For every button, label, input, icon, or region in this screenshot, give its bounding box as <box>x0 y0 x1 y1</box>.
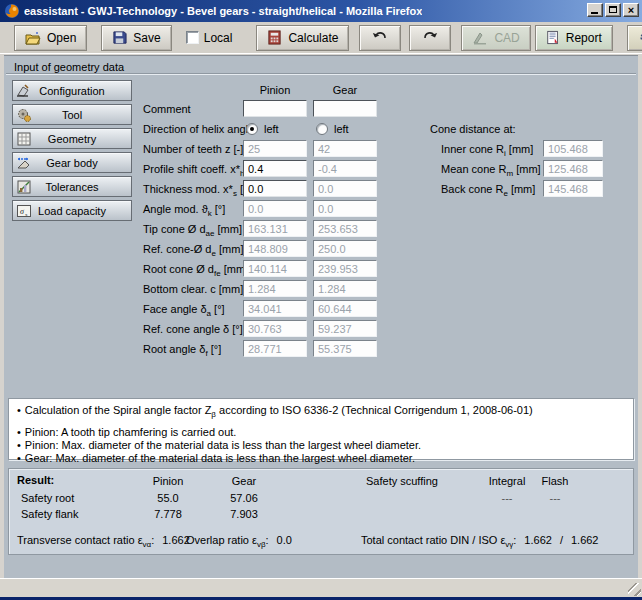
open-folder-icon <box>25 30 41 46</box>
face-angle-pinion-field <box>243 300 307 317</box>
report-document-icon <box>546 30 560 45</box>
row-label: Angle mod. ϑk [°] <box>143 199 225 219</box>
calculate-label: Calculate <box>288 31 338 45</box>
applet-area: Input of geometry data Configuration Too… <box>4 55 638 578</box>
redo-button[interactable] <box>409 25 451 51</box>
ref-cone-angle-pinion-field <box>243 320 307 337</box>
row-label: Comment <box>143 99 191 119</box>
pinion-column-header: Pinion <box>243 80 307 100</box>
cone-distance-title: Cone distance at: <box>430 119 516 139</box>
cad-icon <box>472 31 488 45</box>
mean-cone-label: Mean cone Rm [mm] <box>441 159 541 179</box>
toolbar: Open Save Local Calculate <box>0 22 642 54</box>
face-angle-gear-field <box>313 300 377 317</box>
form-row-angle-mod: Angle mod. ϑk [°] <box>4 199 638 219</box>
result-col-gear: Gear <box>232 475 256 487</box>
tip-cone-gear-field <box>313 220 377 237</box>
tip-cone-pinion-field <box>243 220 307 237</box>
safety-root-label: Safety root <box>21 492 74 504</box>
bottom-clearance-pinion-field <box>243 280 307 297</box>
resize-grip[interactable] <box>628 583 641 596</box>
row-label: Tip cone Ø dae [mm] <box>143 219 242 239</box>
close-button[interactable]: × <box>623 3 639 17</box>
safety-flank-label: Safety flank <box>21 508 78 520</box>
overlap-ratio: Overlap ratio εvβ:0.0 <box>186 534 292 546</box>
form-column-headers: Pinion Gear <box>4 80 638 100</box>
options-button[interactable]: Options <box>627 25 642 51</box>
total-contact-ratio: Total contact ratio DIN / ISO εvγ:1.662/… <box>361 534 598 546</box>
inner-cone-field <box>543 140 603 157</box>
angle-mod-pinion-field <box>243 200 307 217</box>
minimize-icon <box>591 12 598 14</box>
result-col-scuffing: Safety scuffing <box>366 475 438 487</box>
cone-distance-title-row: Cone distance at: <box>4 119 638 139</box>
comment-gear-input[interactable] <box>313 100 377 117</box>
calculator-icon <box>267 30 282 45</box>
result-col-integral: Integral <box>489 475 526 487</box>
message-line: •Calculation of the Spiral angle factor … <box>17 404 625 417</box>
calculate-button[interactable]: Calculate <box>256 25 349 51</box>
root-cone-pinion-field <box>243 260 307 277</box>
inner-cone-label: Inner cone Ri [mm] <box>441 139 533 159</box>
page-title: Input of geometry data <box>14 61 124 73</box>
report-button[interactable]: Report <box>535 25 613 51</box>
safety-root-flash: --- <box>550 492 561 504</box>
result-title: Result: <box>17 474 54 486</box>
safety-flank-gear: 7.903 <box>230 508 258 520</box>
options-gear-icon <box>638 30 642 45</box>
form-row-bottom-clearance: Bottom clear. c [mm] <box>4 279 638 299</box>
cone-distance-back-row: Back cone Re [mm] <box>4 179 638 199</box>
message-line: •Gear: Max. diameter of the material dat… <box>17 452 625 465</box>
root-angle-pinion-field <box>243 340 307 357</box>
ref-cone-gear-field <box>313 240 377 257</box>
undo-button[interactable] <box>359 25 401 51</box>
save-floppy-icon <box>112 30 127 45</box>
form-row-tip-cone: Tip cone Ø dae [mm] <box>4 219 638 239</box>
close-icon: × <box>624 3 638 17</box>
row-label: Root angle δf [°] <box>143 339 221 359</box>
angle-mod-gear-field <box>313 200 377 217</box>
form-row-ref-cone: Ref. cone-Ø de [mm] <box>4 239 638 259</box>
app-window: eassistant - GWJ-Technology - Bevel gear… <box>0 0 642 600</box>
comment-pinion-input[interactable] <box>243 100 307 117</box>
form-row-root-cone: Root cone Ø dfe [mm] <box>4 259 638 279</box>
message-line: •Pinion: Max. diameter of the material d… <box>17 439 625 452</box>
ref-cone-angle-gear-field <box>313 320 377 337</box>
title-bar: eassistant - GWJ-Technology - Bevel gear… <box>0 0 642 22</box>
back-cone-field <box>543 180 603 197</box>
form-row-face-angle: Face angle δa [°] <box>4 299 638 319</box>
minimize-button[interactable] <box>587 3 603 17</box>
open-button[interactable]: Open <box>14 25 87 51</box>
ref-cone-pinion-field <box>243 240 307 257</box>
gear-column-header: Gear <box>313 80 377 100</box>
local-checkbox[interactable] <box>186 31 199 44</box>
cone-distance-inner-row: Inner cone Ri [mm] <box>4 139 638 159</box>
row-label: Bottom clear. c [mm] <box>143 279 243 299</box>
report-label: Report <box>566 31 602 45</box>
firefox-icon <box>4 3 20 19</box>
back-cone-label: Back cone Re [mm] <box>441 179 535 199</box>
cad-label: CAD <box>494 31 519 45</box>
cad-button: CAD <box>461 25 530 51</box>
undo-icon <box>372 31 388 44</box>
root-cone-gear-field <box>313 260 377 277</box>
save-label: Save <box>133 31 160 45</box>
bottom-clearance-gear-field <box>313 280 377 297</box>
header-divider <box>6 73 636 75</box>
result-col-flash: Flash <box>542 475 569 487</box>
message-line: •Pinion: A tooth tip chamfering is carri… <box>17 426 625 439</box>
result-col-pinion: Pinion <box>153 475 184 487</box>
form-row-comment: Comment <box>4 99 638 119</box>
safety-flank-pinion: 7.778 <box>154 508 182 520</box>
row-label: Face angle δa [°] <box>143 299 225 319</box>
maximize-icon <box>609 6 617 13</box>
maximize-button[interactable] <box>605 3 621 17</box>
row-label: Root cone Ø dfe [mm] <box>143 259 248 279</box>
result-panel: Result: Pinion Gear Safety scuffing Inte… <box>8 468 634 555</box>
window-title: eassistant - GWJ-Technology - Bevel gear… <box>24 5 422 17</box>
safety-root-gear: 57.06 <box>230 492 258 504</box>
safety-root-integral: --- <box>502 492 513 504</box>
row-label: Ref. cone-Ø de [mm] <box>143 239 243 259</box>
save-button[interactable]: Save <box>101 25 171 51</box>
form-row-root-angle: Root angle δf [°] <box>4 339 638 359</box>
